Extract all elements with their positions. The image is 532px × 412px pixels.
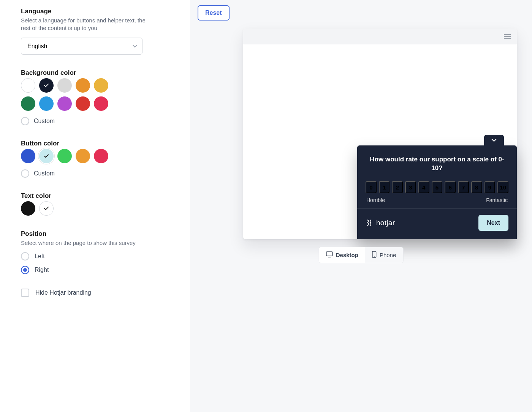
background-swatch-5[interactable] — [21, 96, 35, 111]
background-color-title: Background color — [21, 69, 171, 77]
nps-cell-0[interactable]: 0 — [366, 181, 377, 193]
nps-cell-6[interactable]: 6 — [445, 181, 456, 193]
hotjar-brand: hotjar — [366, 219, 395, 227]
text-swatch-0[interactable] — [21, 201, 35, 216]
background-custom-radio[interactable] — [21, 117, 29, 125]
nps-cell-10[interactable]: 10 — [497, 181, 508, 193]
position-label-left: Left — [35, 253, 45, 260]
nps-cell-4[interactable]: 4 — [418, 181, 429, 193]
next-button[interactable]: Next — [478, 215, 508, 231]
nps-cell-9[interactable]: 9 — [484, 181, 496, 193]
button-swatch-1[interactable] — [39, 149, 54, 163]
background-swatch-8[interactable] — [76, 96, 90, 111]
button-custom-row: Custom — [21, 169, 171, 178]
nps-cell-3[interactable]: 3 — [405, 181, 416, 193]
survey-body: How would rate our support on a scale of… — [357, 145, 517, 208]
button-swatch-2[interactable] — [57, 149, 72, 163]
nps-cell-5[interactable]: 5 — [432, 181, 443, 193]
language-title: Language — [21, 8, 171, 15]
background-swatch-0[interactable] — [21, 78, 35, 93]
nps-row: 012345678910 — [366, 181, 508, 193]
background-swatch-2[interactable] — [57, 78, 72, 93]
background-color-section: Background color Custom — [21, 69, 171, 125]
device-desktop-label: Desktop — [336, 252, 358, 258]
text-swatch-row — [21, 201, 120, 216]
hotjar-brand-text: hotjar — [376, 219, 395, 227]
text-swatch-1[interactable] — [39, 201, 54, 216]
hide-branding-label: Hide Hotjar branding — [35, 289, 91, 296]
reset-button[interactable]: Reset — [198, 5, 230, 21]
text-color-title: Text color — [21, 192, 171, 200]
hamburger-icon — [504, 34, 511, 39]
position-radio-left[interactable] — [21, 252, 29, 260]
language-subtitle: Select a language for buttons and helper… — [21, 17, 146, 32]
nps-cell-8[interactable]: 8 — [471, 181, 482, 193]
survey-collapse-tab[interactable] — [484, 135, 504, 145]
nps-high-label: Fantastic — [486, 197, 508, 203]
check-icon — [44, 153, 49, 159]
background-swatch-row — [21, 78, 120, 111]
device-toggle: Desktop Phone — [319, 247, 404, 263]
device-phone-button[interactable]: Phone — [365, 247, 403, 263]
button-custom-radio[interactable] — [21, 169, 29, 178]
background-custom-label: Custom — [34, 118, 55, 125]
nps-labels: Horrible Fantastic — [366, 197, 508, 203]
survey-question: How would rate our support on a scale of… — [366, 155, 508, 173]
language-section: Language Select a language for buttons a… — [21, 8, 171, 55]
button-color-section: Button color Custom — [21, 140, 171, 178]
button-swatch-row — [21, 149, 120, 163]
hide-branding-checkbox[interactable] — [21, 289, 29, 297]
position-label-right: Right — [35, 267, 49, 273]
survey-footer: hotjar Next — [357, 208, 517, 239]
position-radio-right[interactable] — [21, 266, 29, 274]
background-swatch-9[interactable] — [94, 96, 108, 111]
nps-cell-1[interactable]: 1 — [379, 181, 390, 193]
position-option-left: Left — [21, 252, 171, 260]
position-options: LeftRight — [21, 252, 171, 274]
background-swatch-6[interactable] — [39, 96, 54, 111]
position-option-right: Right — [21, 266, 171, 274]
button-swatch-0[interactable] — [21, 149, 35, 163]
hide-branding-row: Hide Hotjar branding — [21, 289, 171, 297]
survey-widget: How would rate our support on a scale of… — [357, 145, 517, 239]
device-phone-label: Phone — [380, 252, 396, 258]
nps-cell-2[interactable]: 2 — [392, 181, 403, 193]
device-desktop-button[interactable]: Desktop — [319, 247, 365, 263]
svg-rect-0 — [326, 252, 332, 256]
background-swatch-7[interactable] — [57, 96, 72, 111]
background-swatch-4[interactable] — [94, 78, 108, 93]
background-swatch-3[interactable] — [76, 78, 90, 93]
button-custom-label: Custom — [34, 170, 55, 177]
hotjar-logo-icon — [366, 219, 373, 227]
button-swatch-4[interactable] — [94, 149, 108, 163]
settings-panel: Language Select a language for buttons a… — [0, 0, 190, 412]
position-subtitle: Select where on the page to show this su… — [21, 239, 146, 247]
browser-mock: How would rate our support on a scale of… — [243, 28, 517, 239]
nps-low-label: Horrible — [366, 197, 385, 203]
text-color-section: Text color — [21, 192, 171, 216]
preview-panel: Reset How would rate our support on a sc… — [190, 0, 532, 412]
phone-icon — [372, 251, 377, 259]
svg-point-2 — [374, 256, 375, 257]
position-section: Position Select where on the page to sho… — [21, 230, 171, 274]
check-icon — [44, 206, 49, 211]
nps-cell-7[interactable]: 7 — [458, 181, 469, 193]
desktop-icon — [326, 251, 333, 259]
background-swatch-1[interactable] — [39, 78, 54, 93]
browser-header — [243, 28, 517, 44]
button-swatch-3[interactable] — [76, 149, 90, 163]
language-select[interactable]: English — [21, 38, 142, 55]
background-custom-row: Custom — [21, 117, 171, 125]
chevron-down-icon — [491, 137, 497, 144]
button-color-title: Button color — [21, 140, 171, 147]
position-title: Position — [21, 230, 171, 238]
language-select-wrap: English — [21, 38, 142, 55]
check-icon — [44, 83, 49, 88]
